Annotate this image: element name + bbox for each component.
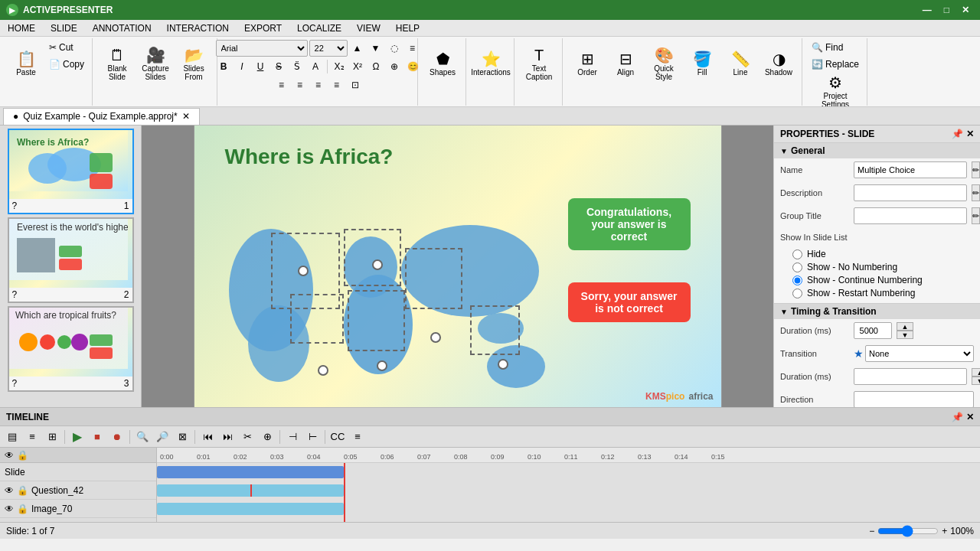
capture-slides-button[interactable]: 🎥 CaptureSlides xyxy=(137,40,174,89)
strikethrough-btn[interactable]: S xyxy=(270,58,287,75)
tl-zoom-out-btn[interactable]: 🔎 xyxy=(153,429,172,445)
project-settings-button[interactable]: ⚙ Project Settings xyxy=(817,73,854,108)
radio-2[interactable] xyxy=(372,259,383,270)
menu-interaction[interactable]: INTERACTION xyxy=(159,20,237,36)
zoom-in-btn[interactable]: + xyxy=(942,526,947,536)
superscript-btn[interactable]: X² xyxy=(349,58,366,75)
tl-zoom-in-btn[interactable]: 🔍 xyxy=(133,429,152,445)
paste-button[interactable]: 📋 Paste xyxy=(8,40,44,89)
timeline-pin-btn[interactable]: 📌 xyxy=(952,412,963,422)
tl-split-btn[interactable]: ✂ xyxy=(238,429,256,445)
general-section-header[interactable]: ▼ General xyxy=(774,143,980,158)
description-edit-btn[interactable]: ✏ xyxy=(972,184,980,201)
line-button[interactable]: 📏 Line xyxy=(722,40,759,89)
tl-join-btn[interactable]: ⊕ xyxy=(258,429,276,445)
order-button[interactable]: ⊞ Order xyxy=(569,40,606,89)
subscript-btn[interactable]: X₂ xyxy=(331,58,348,75)
tl-align-start-btn[interactable]: ⊣ xyxy=(283,429,302,445)
radio-continue[interactable] xyxy=(792,276,802,285)
blank-slide-button[interactable]: 🗒 BlankSlide xyxy=(99,40,136,89)
tl-grid-btn[interactable]: ⊞ xyxy=(43,429,61,445)
radio-6[interactable] xyxy=(498,359,508,370)
replace-button[interactable]: 🔄 Replace xyxy=(808,57,862,72)
radio-restart[interactable] xyxy=(792,289,802,298)
cut-button[interactable]: ✂ Cut xyxy=(46,40,87,55)
transition-dur-up-btn[interactable]: ▲ xyxy=(972,368,980,377)
text-format-btn[interactable]: ≡ xyxy=(404,40,421,57)
menu-export[interactable]: EXPORT xyxy=(237,20,289,36)
copy-button[interactable]: 📄 Copy xyxy=(46,57,87,72)
properties-pin-btn[interactable]: 📌 xyxy=(952,129,963,139)
group-title-edit-btn[interactable]: ✏ xyxy=(972,207,980,224)
clear-format-btn[interactable]: ◌ xyxy=(386,40,403,57)
properties-close-btn[interactable]: ✕ xyxy=(966,129,974,139)
tl-view-btn[interactable]: ▤ xyxy=(3,429,21,445)
unicode-btn[interactable]: Ω xyxy=(368,58,384,75)
align-button[interactable]: ⊟ Align xyxy=(607,40,644,89)
minimize-btn[interactable]: — xyxy=(918,3,936,17)
radio-hide[interactable] xyxy=(792,249,802,259)
tl-caption-btn[interactable]: ≡ xyxy=(348,429,367,445)
close-btn[interactable]: ✕ xyxy=(957,3,974,17)
text-caption-button[interactable]: T Text Caption xyxy=(521,40,557,89)
description-input[interactable] xyxy=(854,184,967,201)
timeline-close-btn[interactable]: ✕ xyxy=(966,412,974,422)
duration-up-btn[interactable]: ▲ xyxy=(897,322,913,331)
increase-font-btn[interactable]: ▲ xyxy=(349,40,366,57)
radio-5[interactable] xyxy=(318,365,328,376)
radio-no-num[interactable] xyxy=(792,262,802,272)
find-button[interactable]: 🔍 Find xyxy=(808,40,862,55)
main-tab[interactable]: ● Quiz Example - Quiz Example.approj* ✕ xyxy=(3,108,200,125)
radio-1[interactable] xyxy=(298,266,309,276)
font-size-select[interactable]: 22 xyxy=(309,40,348,57)
transition-dur-down-btn[interactable]: ▼ xyxy=(972,377,980,385)
menu-slide[interactable]: SLIDE xyxy=(43,20,85,36)
zoom-out-btn[interactable]: − xyxy=(869,526,874,536)
shadow-text-btn[interactable]: S̈ xyxy=(289,58,305,75)
vis-icon-q42[interactable]: 👁 xyxy=(5,485,14,496)
menu-localize[interactable]: LOCALIZE xyxy=(289,20,349,36)
lock-icon-img70[interactable]: 🔒 xyxy=(17,504,28,514)
font-color-btn[interactable]: A xyxy=(307,58,324,75)
font-family-select[interactable]: Arial xyxy=(216,40,308,57)
tl-list-btn[interactable]: ≡ xyxy=(23,429,41,445)
name-edit-btn[interactable]: ✏ xyxy=(972,161,980,178)
italic-btn[interactable]: I xyxy=(234,58,250,75)
menu-view[interactable]: VIEW xyxy=(349,20,388,36)
menu-annotation[interactable]: ANNOTATION xyxy=(85,20,159,36)
radio-4[interactable] xyxy=(377,360,387,371)
duration-down-btn[interactable]: ▼ xyxy=(897,331,913,339)
underline-btn[interactable]: U xyxy=(252,58,269,75)
vis-icon-img70[interactable]: 👁 xyxy=(5,504,14,514)
name-input[interactable] xyxy=(854,161,967,178)
decrease-font-btn[interactable]: ▼ xyxy=(368,40,384,57)
playhead[interactable] xyxy=(344,463,345,522)
align-center-btn[interactable]: ≡ xyxy=(292,77,309,93)
interactions-button[interactable]: ⭐ Interactions xyxy=(472,40,509,89)
symbol-btn[interactable]: ⊕ xyxy=(386,58,403,75)
bold-btn[interactable]: B xyxy=(215,58,232,75)
slide-thumb-1[interactable]: 0:05 Where is Africa? xyxy=(8,129,134,214)
tl-next-btn[interactable]: ⏭ xyxy=(218,429,237,445)
direction-input[interactable] xyxy=(854,391,974,407)
align-right-btn[interactable]: ≡ xyxy=(310,77,327,93)
restore-btn[interactable]: □ xyxy=(939,3,954,17)
transition-duration-input[interactable] xyxy=(854,368,967,385)
shadow-button[interactable]: ◑ Shadow xyxy=(760,40,797,89)
transition-select[interactable]: None xyxy=(865,345,974,362)
menu-help[interactable]: HELP xyxy=(388,20,427,36)
fill-button[interactable]: 🪣 Fill xyxy=(684,40,720,89)
lock-icon-q42[interactable]: 🔒 xyxy=(17,485,28,496)
align-left-btn[interactable]: ≡ xyxy=(273,77,290,93)
tl-stop-btn[interactable]: ■ xyxy=(88,429,106,445)
tl-play-btn[interactable]: ▶ xyxy=(68,429,87,445)
tl-record-btn[interactable]: ⏺ xyxy=(108,429,126,445)
tl-fit-btn[interactable]: ⊠ xyxy=(173,429,191,445)
timing-section-header[interactable]: ▼ Timing & Transition xyxy=(774,304,980,319)
emoji-btn[interactable]: 😊 xyxy=(404,58,421,75)
tl-align-end-btn[interactable]: ⊢ xyxy=(303,429,322,445)
slides-from-button[interactable]: 📂 SlidesFrom xyxy=(175,40,212,89)
quick-style-button[interactable]: 🎨 Quick Style xyxy=(645,40,682,89)
shapes-button[interactable]: ⬟ Shapes xyxy=(424,40,461,89)
tl-prev-btn[interactable]: ⏮ xyxy=(198,429,217,445)
